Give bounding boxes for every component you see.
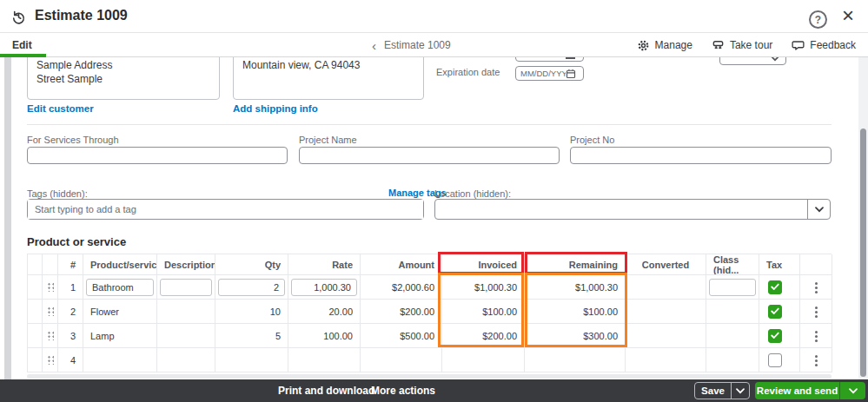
horizontal-scrollbar[interactable] [27, 374, 832, 379]
breadcrumb[interactable]: ‹ Estimate 1009 [372, 33, 451, 57]
row-menu[interactable] [800, 348, 832, 372]
close-icon[interactable]: × [842, 3, 854, 28]
tab-bar: Edit ‹ Estimate 1009 Manage Take tour [0, 33, 868, 57]
add-shipping-info-link[interactable]: Add shipping info [233, 103, 318, 114]
col-product: Product/service [83, 254, 157, 275]
row-blank-cell [28, 300, 43, 324]
product-cell[interactable]: Bathroom [83, 275, 157, 300]
col-tax: Tax [759, 254, 800, 275]
col-qty: Qty [215, 254, 288, 275]
description-cell[interactable] [157, 324, 215, 348]
product-cell[interactable]: Flower [83, 300, 157, 324]
rate-input[interactable]: 1,000.30 [291, 279, 357, 296]
billing-address-field[interactable]: Adrienne123 Sample Address Street Sample [27, 57, 220, 100]
tax-checkbox[interactable] [768, 353, 782, 367]
row-menu[interactable] [800, 275, 832, 300]
shipping-address-field[interactable]: 2600 Marine Way Mountain view, CA 94043 [233, 57, 424, 100]
dropdown-field-cutoff[interactable] [719, 57, 786, 65]
tax-checkbox[interactable] [768, 329, 782, 343]
project-name-label: Project Name [299, 135, 357, 145]
take-tour-button[interactable]: Take tour [712, 39, 772, 52]
kebab-icon [815, 282, 818, 285]
drag-dots-icon [47, 306, 54, 316]
left-edge-strip [4, 57, 11, 379]
expiration-date-value[interactable] [520, 69, 566, 78]
class-input[interactable] [709, 279, 756, 296]
estimate-date-field-cutoff[interactable] [515, 57, 584, 62]
history-icon[interactable] [10, 9, 27, 25]
class-cell[interactable] [706, 275, 759, 300]
tags-input-field[interactable] [28, 200, 423, 219]
project-no-input[interactable] [571, 148, 831, 164]
chevron-down-icon [849, 388, 858, 394]
class-cell[interactable] [706, 300, 759, 324]
manage-button[interactable]: Manage [637, 39, 692, 52]
class-cell[interactable] [706, 348, 759, 372]
expiration-date-input[interactable] [515, 66, 584, 81]
kebab-icon [815, 331, 818, 333]
save-button[interactable]: Save [695, 383, 731, 399]
qty-cell[interactable]: 2 [215, 275, 288, 300]
row-menu[interactable] [800, 300, 832, 324]
converted-cell [626, 348, 706, 372]
col-converted: Converted [626, 254, 706, 275]
chevron-down-icon [736, 388, 745, 394]
qty-cell[interactable] [215, 348, 288, 372]
rate-cell[interactable] [288, 348, 361, 372]
tax-cell [759, 324, 800, 348]
more-actions-button[interactable]: More actions [371, 379, 435, 402]
edit-customer-link[interactable]: Edit customer [27, 103, 94, 114]
qty-cell[interactable]: 10 [215, 300, 288, 324]
project-name-input[interactable] [300, 148, 559, 164]
amount-cell[interactable] [361, 348, 442, 372]
location-chevron-button[interactable] [807, 200, 830, 219]
feedback-button[interactable]: Feedback [792, 39, 856, 52]
drag-handle[interactable] [43, 348, 58, 372]
calendar-icon[interactable] [566, 69, 576, 79]
product-cell[interactable] [83, 348, 157, 372]
drag-handle[interactable] [43, 324, 58, 348]
qty-cell[interactable]: 5 [215, 324, 288, 348]
product-cell[interactable]: Lamp [83, 324, 157, 348]
rate-cell[interactable]: 1,000.30 [288, 275, 361, 300]
kebab-icon [815, 306, 818, 309]
form-content: Adrienne123 Sample Address Street Sample… [0, 57, 868, 379]
page-title: Estimate 1009 [35, 8, 128, 23]
col-drag [43, 254, 58, 275]
review-send-dropdown-button[interactable] [839, 382, 865, 399]
print-download-button[interactable]: Print and download [278, 379, 374, 402]
drag-handle[interactable] [43, 300, 58, 324]
review-and-send-button[interactable]: Review and send [755, 382, 839, 399]
tax-checkbox[interactable] [768, 305, 782, 319]
vertical-scrollbar-thumb[interactable] [860, 129, 866, 377]
row-blank-cell [28, 324, 43, 348]
class-cell[interactable] [706, 324, 759, 348]
back-chevron-icon[interactable]: ‹ [372, 39, 376, 52]
rate-cell[interactable]: 100.00 [288, 324, 361, 348]
description-cell[interactable] [157, 348, 215, 372]
tags-input[interactable] [27, 199, 424, 220]
location-select[interactable] [434, 199, 831, 220]
description-cell[interactable] [157, 275, 215, 300]
description-input[interactable] [160, 279, 212, 296]
remaining-cell [525, 348, 626, 372]
amount-cell[interactable]: $200.00 [361, 300, 442, 324]
help-icon[interactable]: ? [809, 10, 827, 29]
product-input[interactable]: Bathroom [86, 279, 154, 296]
tax-checkbox[interactable] [768, 280, 782, 294]
converted-cell [626, 324, 706, 348]
amount-cell[interactable]: $500.00 [361, 324, 442, 348]
drag-handle[interactable] [43, 275, 58, 300]
row-menu[interactable] [800, 324, 832, 348]
line-items-table: # Product/service Description Qty Rate A… [27, 254, 832, 372]
save-dropdown-button[interactable] [731, 383, 749, 399]
amount-cell[interactable]: $2,000.60 [361, 275, 442, 300]
for-services-through-input[interactable] [28, 148, 287, 164]
invoiced-cell: $1,000.30 [442, 275, 525, 300]
description-cell[interactable] [157, 300, 215, 324]
qty-input[interactable]: 2 [218, 279, 285, 296]
col-description: Description [157, 254, 215, 275]
rate-cell[interactable]: 20.00 [288, 300, 361, 324]
billing-line: Sample Address [36, 58, 212, 72]
invoiced-cell: $200.00 [442, 324, 525, 348]
